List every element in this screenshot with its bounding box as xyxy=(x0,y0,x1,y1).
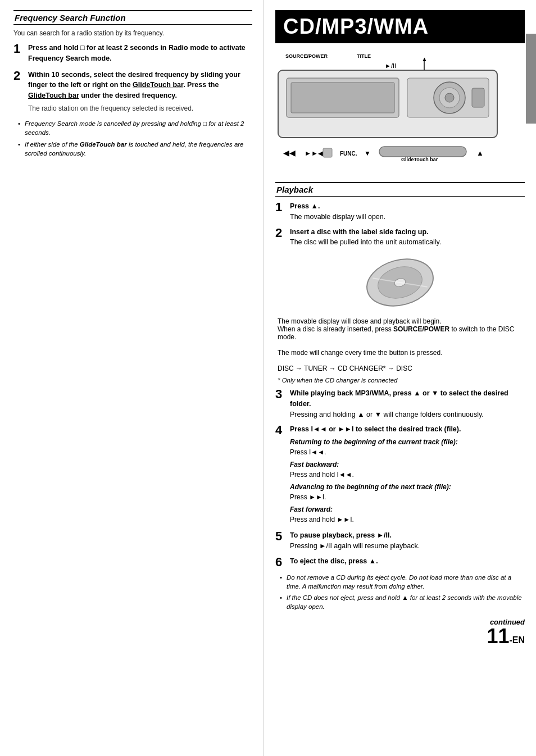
playback-step-3: 3 While playing back MP3/WMA, press ▲ or… xyxy=(275,388,525,420)
playback-step-6-number: 6 xyxy=(275,556,285,568)
playback-step-3-content: While playing back MP3/WMA, press ▲ or ▼… xyxy=(290,388,525,420)
playback-step-6-content: To eject the disc, press ▲. xyxy=(290,556,525,567)
svg-rect-17 xyxy=(379,147,466,157)
sub-item-return: Returning to the beginning of the curren… xyxy=(290,437,525,457)
playback-step-6-bold: To eject the disc, press ▲. xyxy=(290,557,378,565)
svg-text:▲: ▲ xyxy=(476,149,484,157)
svg-rect-6 xyxy=(291,83,394,113)
bullet-2: If either side of the GlideTouch bar is … xyxy=(18,140,252,158)
page-suffix: -EN xyxy=(509,635,525,645)
step-1-bold: Press and hold □ for at least 2 seconds … xyxy=(28,44,246,62)
svg-point-10 xyxy=(445,93,454,102)
svg-text:▼: ▼ xyxy=(364,149,371,157)
step-1-number: 1 xyxy=(13,43,24,55)
playback-step-1-bold: Press ▲. xyxy=(290,202,320,210)
playback-step-1-number: 1 xyxy=(275,201,285,213)
playback-title: Playback xyxy=(275,182,525,197)
device-svg: SOURCE/POWER TITLE ►/II ▲ ◀◀ ►►◀ xyxy=(275,50,506,174)
step-2-notes: The movable display will close and playb… xyxy=(275,317,525,372)
left-column: Frequency Search Function You can search… xyxy=(0,0,264,756)
glide-touch-bar-2: GlideTouch bar xyxy=(28,92,79,99)
sub-item-advance: Advancing to the beginning of the next t… xyxy=(290,482,525,502)
note-display-close: The movable display will close and playb… xyxy=(278,317,525,325)
cd-changer-note: * Only when the CD changer is connected xyxy=(275,377,525,384)
device-diagram: SOURCE/POWER TITLE ►/II ▲ ◀◀ ►►◀ xyxy=(275,50,525,175)
svg-text:TITLE: TITLE xyxy=(357,53,371,59)
svg-text:FUNC.: FUNC. xyxy=(340,151,357,157)
step-2-number: 2 xyxy=(13,70,24,82)
playback-step-2-number: 2 xyxy=(275,227,285,239)
svg-rect-14 xyxy=(323,148,332,157)
disc-svg xyxy=(358,254,442,311)
svg-text:◀◀: ◀◀ xyxy=(283,148,296,157)
right-column: CD/MP3/WMA SOURCE/POWER TITLE ►/II ▲ xyxy=(264,0,536,756)
playback-step-2-bold: Insert a disc with the label side facing… xyxy=(290,228,429,236)
cd-mp3-wma-title: CD/MP3/WMA xyxy=(275,10,525,43)
playback-step-5-note: Pressing ►/II again will resume playback… xyxy=(290,542,420,550)
playback-step-4-bold: Press I◄◄ or ►►I to select the desired t… xyxy=(290,425,461,433)
bottom-bullet-2: If the CD does not eject, press and hold… xyxy=(280,593,525,611)
playback-step-6: 6 To eject the disc, press ▲. xyxy=(275,556,525,568)
note-mode-change: The mode will change every time the butt… xyxy=(278,349,525,357)
playback-step-2: 2 Insert a disc with the label side faci… xyxy=(275,227,525,248)
svg-rect-11 xyxy=(472,88,484,107)
page-number: 11 xyxy=(487,625,509,648)
page-number-display: 11-EN xyxy=(275,626,525,646)
frequency-search-title: Frequency Search Function xyxy=(13,10,252,25)
playback-section: Playback 1 Press ▲. The movable display … xyxy=(275,182,525,646)
svg-text:►►◀: ►►◀ xyxy=(305,149,324,157)
glide-touch-bar-1: GlideTouch bar xyxy=(133,81,183,89)
sub-item-fast-fwd: Fast forward:Press and hold ►►I. xyxy=(290,504,525,525)
playback-step-5: 5 To pause playback, press ►/II. Pressin… xyxy=(275,530,525,552)
playback-step-5-number: 5 xyxy=(275,530,285,543)
playback-step-2-note: The disc will be pulled into the unit au… xyxy=(290,238,441,246)
playback-step-3-bold: While playing back MP3/WMA, press ▲ or ▼… xyxy=(290,389,508,408)
playback-step-4-number: 4 xyxy=(275,424,285,436)
page-tab xyxy=(526,34,536,124)
step-2-note: The radio station on the frequency selec… xyxy=(28,103,252,113)
bullet-1: Frequency Search mode is cancelled by pr… xyxy=(18,119,252,137)
note-disc-sequence: DISC → TUNER → CD CHANGER* → DISC xyxy=(278,365,525,372)
playback-step-3-note: Pressing and holding ▲ or ▼ will change … xyxy=(290,411,484,418)
continued-section: continued 11-EN xyxy=(275,618,525,646)
bottom-bullets: Do not remove a CD during its eject cycl… xyxy=(280,573,525,611)
playback-step-1-content: Press ▲. The movable display will open. xyxy=(290,201,525,222)
playback-step-4: 4 Press I◄◄ or ►►I to select the desired… xyxy=(275,424,525,526)
step-2-content: Within 10 seconds, select the desired fr… xyxy=(28,70,252,113)
playback-step-3-number: 3 xyxy=(275,388,285,400)
svg-text:SOURCE/POWER: SOURCE/POWER xyxy=(285,53,328,59)
playback-step-5-bold: To pause playback, press ►/II. xyxy=(290,531,392,539)
step-1: 1 Press and hold □ for at least 2 second… xyxy=(13,43,252,64)
step-2: 2 Within 10 seconds, select the desired … xyxy=(13,70,252,113)
step-2-bold: Within 10 seconds, select the desired fr… xyxy=(28,71,240,100)
playback-step-1: 1 Press ▲. The movable display will open… xyxy=(275,201,525,222)
playback-step-5-content: To pause playback, press ►/II. Pressing … xyxy=(290,530,525,552)
note-source-power: When a disc is already inserted, press S… xyxy=(278,325,525,341)
svg-text:►/II: ►/II xyxy=(385,62,396,69)
sub-item-fast-back: Fast backward:Press and hold I◄◄. xyxy=(290,459,525,480)
playback-step-2-content: Insert a disc with the label side facing… xyxy=(290,227,525,248)
playback-step-4-content: Press I◄◄ or ►►I to select the desired t… xyxy=(290,424,525,526)
frequency-search-subtitle: You can search for a radio station by it… xyxy=(13,29,252,37)
bottom-bullet-1: Do not remove a CD during its eject cycl… xyxy=(280,573,525,591)
disc-image xyxy=(275,254,525,311)
frequency-bullets: Frequency Search mode is cancelled by pr… xyxy=(18,119,252,158)
playback-step-1-note: The movable display will open. xyxy=(290,213,385,221)
step-1-content: Press and hold □ for at least 2 seconds … xyxy=(28,43,252,64)
svg-text:GlideTouch bar: GlideTouch bar xyxy=(401,157,438,162)
